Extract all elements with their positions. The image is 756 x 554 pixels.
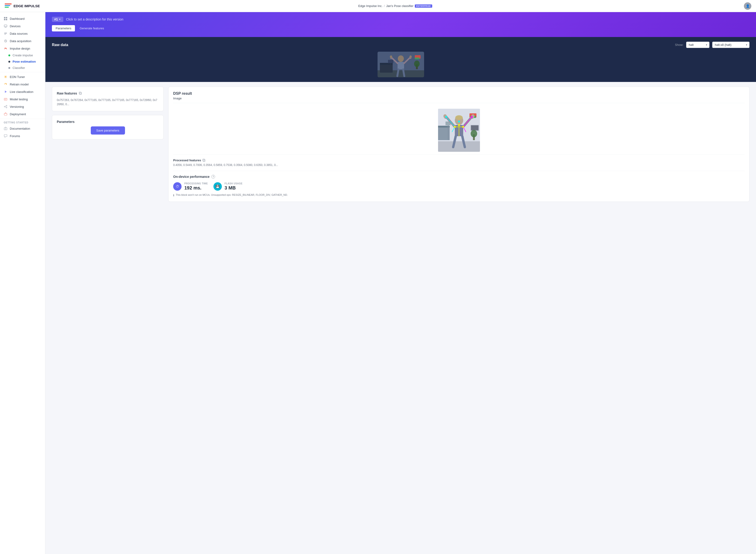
svg-rect-58 (203, 159, 205, 162)
sidebar-item-dashboard[interactable]: Dashboard (0, 15, 45, 22)
flash-usage-icon: 💾 (214, 182, 222, 190)
svg-rect-14 (4, 113, 7, 115)
flash-usage-label: FLASH USAGE (225, 182, 242, 185)
copy-raw-features-icon[interactable] (79, 92, 82, 95)
raw-features-title: Raw features (57, 92, 159, 95)
sidebar-item-eon-tuner[interactable]: EON Tuner (0, 73, 45, 80)
sidebar-item-documentation[interactable]: Documentation (0, 125, 45, 132)
version-row: #1 ▼ Click to set a description for this… (52, 17, 750, 22)
svg-point-12 (6, 105, 7, 106)
file-select-wrapper: halt.s8 (halt) halt.s9 (halt) halt.s10 (… (712, 42, 750, 48)
help-icon[interactable]: ? (211, 175, 215, 178)
sidebar-sub-create-impulse[interactable]: Create impulse (0, 52, 45, 58)
svg-point-28 (390, 55, 392, 58)
app-name: EDGE IMPULSE (13, 4, 40, 8)
flash-usage-info: FLASH USAGE 3 MB (225, 182, 242, 190)
sidebar-label-model-testing: Model testing (10, 98, 28, 101)
svg-marker-9 (5, 91, 7, 93)
tab-parameters[interactable]: Parameters (52, 25, 75, 32)
version-badge[interactable]: #1 ▼ (52, 17, 63, 22)
forums-icon (4, 134, 7, 138)
save-parameters-button[interactable]: Save parameters (91, 126, 125, 134)
raw-data-section: Raw data Show: halt forward backward lef… (45, 37, 756, 82)
devices-icon (4, 24, 7, 28)
sidebar-item-data-sources[interactable]: Data sources (0, 30, 45, 37)
svg-point-52 (454, 126, 456, 128)
sidebar-item-deployment[interactable]: Deployment (0, 110, 45, 118)
dsp-pose-svg (438, 109, 480, 152)
svg-rect-30 (79, 93, 81, 95)
dot-classifier (8, 67, 10, 69)
sidebar-label-versioning: Versioning (10, 105, 24, 108)
version-description[interactable]: Click to set a description for this vers… (66, 17, 124, 21)
live-icon (4, 90, 7, 94)
svg-rect-31 (79, 92, 81, 94)
raw-features-values: 0x757263, 0x767264, 0x777165, 0x777165, … (57, 98, 159, 106)
dsp-image-subtitle: Image (173, 97, 745, 103)
data-sources-icon (4, 32, 7, 36)
copy-processed-features-icon[interactable] (202, 159, 206, 162)
dsp-image-container (173, 106, 745, 155)
logo: EDGE IMPULSE (5, 3, 47, 9)
svg-rect-0 (4, 17, 5, 18)
svg-point-46 (455, 115, 463, 120)
file-select[interactable]: halt.s8 (halt) halt.s9 (halt) halt.s10 (… (712, 42, 750, 48)
raw-data-image-container (52, 52, 750, 77)
label-classifier: Classifier (12, 66, 25, 70)
sidebar-item-forums[interactable]: Forums (0, 132, 45, 140)
logo-bar-2 (5, 5, 10, 6)
svg-rect-27 (398, 62, 404, 69)
sidebar-label-dashboard: Dashboard (10, 17, 25, 20)
sidebar-item-data-acquisition[interactable]: Data acquisition (0, 37, 45, 45)
sidebar-item-versioning[interactable]: Versioning (0, 103, 45, 110)
processed-features-section: Processed features 0.4056, 0.5449, 0.700… (173, 159, 745, 171)
panels-row: Raw features 0x757263, 0x767264, 0x77716… (45, 82, 756, 554)
show-select-wrapper: halt forward backward left right (686, 42, 709, 48)
svg-rect-10 (4, 98, 7, 100)
sidebar-item-impulse-design[interactable]: Impulse design (0, 45, 45, 52)
sidebar-item-retrain-model[interactable]: Retrain model (0, 80, 45, 88)
sidebar-label-devices: Devices (10, 24, 20, 28)
raw-data-pose-svg (377, 52, 424, 77)
svg-point-13 (6, 107, 7, 108)
enterprise-badge: ENTERPRISE (415, 4, 432, 8)
svg-rect-38 (471, 125, 478, 130)
svg-point-7 (5, 76, 6, 77)
page-header: #1 ▼ Click to set a description for this… (45, 12, 756, 37)
sidebar-label-retrain-model: Retrain model (10, 82, 28, 86)
sidebar-label-eon-tuner: EON Tuner (10, 75, 25, 79)
show-select[interactable]: halt forward backward left right (686, 42, 709, 48)
sidebar-sub-pose-estimation[interactable]: Pose estimation (0, 58, 45, 65)
breadcrumb-project[interactable]: Jan's Pose classifier (386, 4, 413, 8)
tab-generate-features[interactable]: Generate features (76, 25, 108, 32)
sidebar-item-model-testing[interactable]: Model testing (0, 96, 45, 103)
svg-rect-5 (5, 27, 6, 27)
svg-point-51 (471, 116, 473, 118)
impulse-design-icon (4, 47, 7, 50)
svg-point-53 (462, 126, 464, 128)
sidebar-item-live-classification[interactable]: Live classification (0, 88, 45, 96)
parameters-card: Parameters Save parameters (52, 115, 164, 140)
parameters-title: Parameters (57, 120, 159, 124)
avatar[interactable]: 👤 (744, 2, 751, 10)
raw-features-card: Raw features 0x757263, 0x767264, 0x77716… (52, 87, 164, 111)
svg-point-11 (4, 106, 5, 107)
main-content: #1 ▼ Click to set a description for this… (45, 12, 756, 554)
retrain-icon (4, 82, 7, 86)
sidebar-label-live-classification: Live classification (10, 90, 33, 94)
processing-time-icon: ⏱ (173, 182, 182, 190)
sidebar-sub-classifier[interactable]: Classifier (0, 65, 45, 71)
processing-time-value: 192 ms. (184, 185, 208, 190)
logo-icon (5, 3, 12, 9)
sidebar-label-data-acquisition: Data acquisition (10, 39, 32, 43)
sidebar: Dashboard Devices Data sources (0, 12, 45, 554)
svg-rect-23 (415, 57, 419, 59)
processed-features-title: Processed features (173, 159, 745, 162)
breadcrumb-company[interactable]: Edge Impulse Inc. (358, 4, 383, 8)
metrics-row: ⏱ PROCESSING TIME 192 ms. 💾 FLASH USAGE (173, 182, 745, 190)
model-testing-icon (4, 97, 7, 101)
sidebar-item-devices[interactable]: Devices (0, 22, 45, 30)
top-nav: EDGE IMPULSE Edge Impulse Inc. / Jan's P… (0, 0, 756, 12)
raw-data-image (377, 52, 424, 77)
sidebar-label-impulse-design: Impulse design (10, 47, 30, 50)
